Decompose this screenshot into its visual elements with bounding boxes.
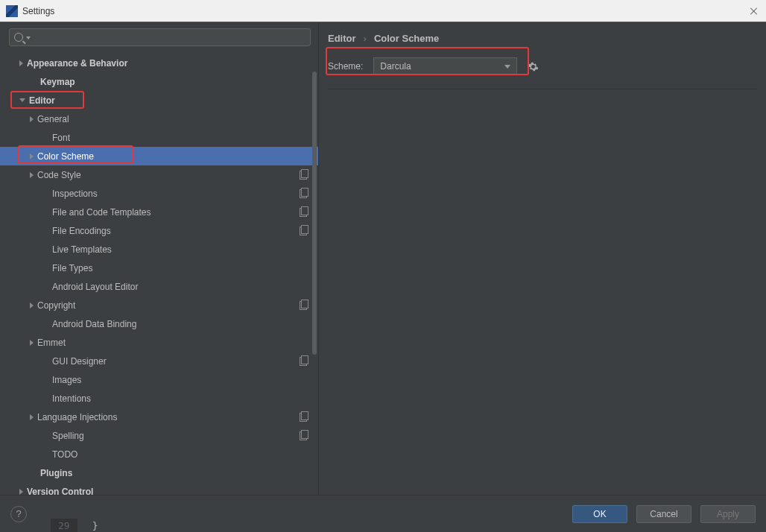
tree-item[interactable]: Live Templates xyxy=(0,240,318,259)
tree-item-label: Live Templates xyxy=(52,244,308,255)
tree-item-label: Language Injections xyxy=(37,412,294,422)
editor-peek: 29 } xyxy=(51,519,98,532)
window-title: Settings xyxy=(22,6,54,16)
tree-item-label: Color Scheme xyxy=(37,151,308,162)
tree-item[interactable]: File Types xyxy=(0,259,318,277)
tree-item[interactable]: General xyxy=(0,110,318,128)
tree-item[interactable]: Spelling xyxy=(0,426,318,445)
tree-item-label: Android Layout Editor xyxy=(52,282,308,292)
tree-item-label: TODO xyxy=(52,449,308,460)
titlebar: Settings xyxy=(0,0,766,22)
tree-item[interactable]: Inspections xyxy=(0,184,318,203)
tree-item-label: Intentions xyxy=(52,393,308,404)
tree-item[interactable]: Appearance & Behavior xyxy=(0,54,318,72)
chevron-right-icon xyxy=(30,303,34,308)
tree-item-label: GUI Designer xyxy=(52,356,294,367)
dialog-body: Appearance & BehaviorKeymapEditorGeneral… xyxy=(0,22,766,495)
scheme-label: Scheme: xyxy=(328,61,363,72)
settings-main: Editor › Color Scheme Scheme: Darcula xyxy=(319,22,766,495)
tree-item-label: Font xyxy=(52,133,308,143)
tree-item[interactable]: Images xyxy=(0,370,318,389)
tree-item-label: File Types xyxy=(52,263,308,273)
tree-item-label: Copyright xyxy=(37,300,294,311)
tree-item-label: Images xyxy=(52,375,308,385)
tree-item-label: Android Data Binding xyxy=(52,319,308,329)
app-icon xyxy=(6,5,18,17)
chevron-right-icon xyxy=(19,60,23,66)
profile-overlay-icon xyxy=(299,207,308,217)
chevron-right-icon xyxy=(30,172,34,178)
tree-item-label: Plugins xyxy=(40,468,308,478)
help-button[interactable]: ? xyxy=(10,506,27,522)
apply-button[interactable]: Apply xyxy=(700,505,756,523)
dialog-footer: ? OK Cancel Apply xyxy=(0,495,766,532)
search-icon xyxy=(14,33,23,42)
tree-item-label: Keymap xyxy=(40,77,308,87)
profile-overlay-icon xyxy=(299,356,308,366)
code-brace: } xyxy=(92,520,98,531)
scheme-value: Darcula xyxy=(380,61,504,72)
tree-item-label: Inspections xyxy=(52,189,294,199)
tree-item[interactable]: Version Control xyxy=(0,482,318,495)
breadcrumb-color-scheme: Color Scheme xyxy=(374,33,439,44)
profile-overlay-icon xyxy=(299,300,308,310)
tree-item[interactable]: File Encodings xyxy=(0,221,318,240)
scrollbar-thumb[interactable] xyxy=(312,72,317,355)
tree-item[interactable]: File and Code Templates xyxy=(0,203,318,221)
chevron-right-icon xyxy=(30,414,34,420)
scrollbar[interactable] xyxy=(311,49,318,495)
settings-sidebar: Appearance & BehaviorKeymapEditorGeneral… xyxy=(0,22,319,495)
close-icon[interactable] xyxy=(748,5,760,17)
breadcrumb-editor[interactable]: Editor xyxy=(328,33,356,44)
ok-button[interactable]: OK xyxy=(572,505,627,523)
tree-item-label: Appearance & Behavior xyxy=(27,58,308,69)
scheme-combobox[interactable]: Darcula xyxy=(373,57,517,75)
gear-icon[interactable] xyxy=(528,61,539,72)
tree-item-label: File Encodings xyxy=(52,226,294,236)
profile-overlay-icon xyxy=(299,412,308,422)
tree-item[interactable]: Color Scheme xyxy=(0,147,318,165)
tree-item[interactable]: Font xyxy=(0,128,318,147)
profile-overlay-icon xyxy=(299,226,308,235)
tree-item[interactable]: Keymap xyxy=(0,72,318,91)
chevron-down-icon xyxy=(19,98,25,102)
chevron-right-icon xyxy=(30,153,34,159)
tree-item[interactable]: Plugins xyxy=(0,463,318,482)
tree-item-label: Emmet xyxy=(37,338,308,348)
tree-item-label: Spelling xyxy=(52,431,294,441)
chevron-down-icon xyxy=(504,65,510,69)
tree-item[interactable]: Android Layout Editor xyxy=(0,277,318,296)
tree-item[interactable]: Intentions xyxy=(0,389,318,408)
cancel-button[interactable]: Cancel xyxy=(636,505,691,523)
tree-item-label: Editor xyxy=(29,95,308,106)
tree-item[interactable]: Copyright xyxy=(0,296,318,314)
tree-item-label: Version Control xyxy=(27,487,308,495)
tree-item[interactable]: TODO xyxy=(0,445,318,463)
chevron-right-icon xyxy=(19,489,23,495)
tree-item[interactable]: Code Style xyxy=(0,165,318,184)
tree-item[interactable]: Emmet xyxy=(0,333,318,352)
breadcrumb: Editor › Color Scheme xyxy=(328,33,757,44)
tree-item-label: General xyxy=(37,114,308,124)
divider xyxy=(328,89,757,89)
tree-item[interactable]: Android Data Binding xyxy=(0,314,318,333)
tree-item[interactable]: Language Injections xyxy=(0,408,318,426)
profile-overlay-icon xyxy=(299,170,308,180)
settings-tree[interactable]: Appearance & BehaviorKeymapEditorGeneral… xyxy=(0,49,318,495)
chevron-down-icon xyxy=(26,37,31,39)
breadcrumb-separator: › xyxy=(364,33,367,44)
line-number: 29 xyxy=(51,519,77,532)
tree-item-label: File and Code Templates xyxy=(52,207,294,218)
tree-item[interactable]: GUI Designer xyxy=(0,352,318,370)
tree-item[interactable]: Editor xyxy=(0,91,318,110)
profile-overlay-icon xyxy=(299,189,308,198)
profile-overlay-icon xyxy=(299,431,308,440)
search-input[interactable] xyxy=(9,28,311,46)
tree-item-label: Code Style xyxy=(37,170,294,180)
chevron-right-icon xyxy=(30,116,34,122)
chevron-right-icon xyxy=(30,340,34,346)
